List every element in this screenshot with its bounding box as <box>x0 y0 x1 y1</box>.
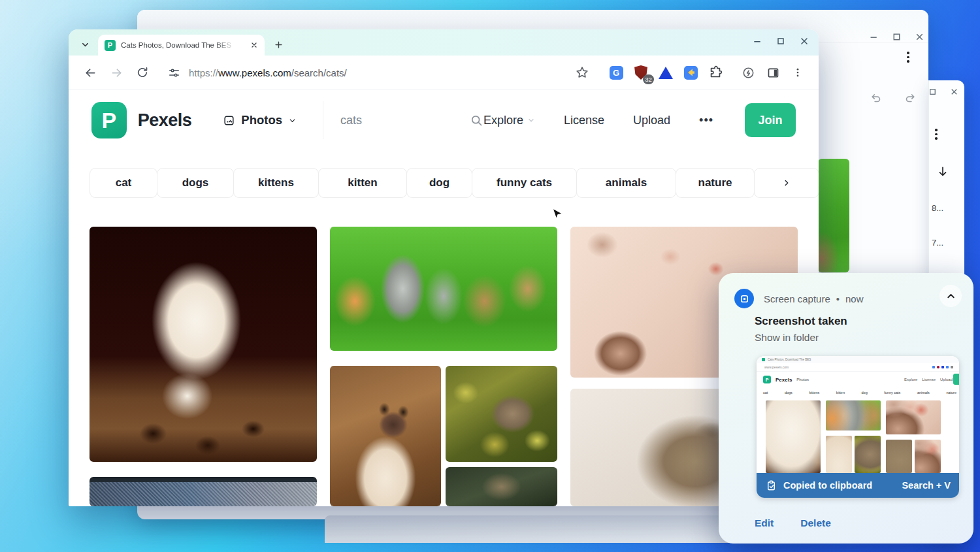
new-tab-icon[interactable] <box>269 35 288 54</box>
mini-brand: Pexels <box>776 377 792 383</box>
tag-pill[interactable]: nature <box>676 168 755 198</box>
bookmark-star-icon[interactable] <box>572 62 593 83</box>
adblock-extension-icon[interactable]: 32 <box>630 62 651 83</box>
menu-kebab-icon[interactable] <box>935 129 938 140</box>
nav-more-icon[interactable]: ••• <box>699 114 713 127</box>
delete-button[interactable]: Delete <box>800 517 831 529</box>
site-settings-icon[interactable] <box>163 61 185 84</box>
nav-explore-label: Explore <box>483 114 523 127</box>
minimize-icon[interactable] <box>866 29 881 44</box>
pexels-page: P Pexels Photos cats Explore Licens <box>69 90 819 506</box>
browser-window: P Cats Photos, Download The BES <box>69 29 819 506</box>
thumbnail-mini-browser: Cats Photos, Download The BES www.pexels… <box>757 356 959 473</box>
redo-icon[interactable] <box>903 91 917 105</box>
close-icon[interactable] <box>949 87 959 97</box>
side-panel-icon[interactable] <box>762 62 783 83</box>
url-domain: www.pexels.com <box>218 67 291 78</box>
clipboard-shortcut: Search + V <box>902 480 951 491</box>
mouse-cursor-icon <box>552 208 563 222</box>
mini-tab-title: Cats Photos, Download The BES <box>768 358 811 361</box>
address-bar[interactable]: https://www.pexels.com/search/cats/ <box>189 67 347 78</box>
nav-explore[interactable]: Explore <box>483 114 535 127</box>
tags-scroll-right-icon[interactable] <box>754 168 819 198</box>
search-icon[interactable] <box>470 114 483 127</box>
copied-to-clipboard-bar: Copied to clipboard Search + V <box>757 473 959 498</box>
menu-kebab-icon[interactable] <box>907 52 909 63</box>
tag-pill[interactable]: kitten <box>318 168 407 198</box>
browser-tab[interactable]: P Cats Photos, Download The BES <box>98 35 265 56</box>
tab-search-chevron-icon[interactable] <box>75 35 95 54</box>
nav-upload-label: Upload <box>633 114 670 127</box>
screen-capture-icon <box>734 289 754 308</box>
nav-license[interactable]: License <box>564 114 604 127</box>
notification-source: Screen capture <box>764 293 830 304</box>
photo-siamese-kitten[interactable] <box>330 366 441 506</box>
brand-name[interactable]: Pexels <box>138 110 192 131</box>
desktop: 8... 7... P Cats Photos, Download The BE… <box>0 0 980 552</box>
mini-license: License <box>922 378 936 382</box>
download-arrow-icon <box>936 165 949 178</box>
join-button[interactable]: Join <box>745 103 796 137</box>
pexels-favicon: P <box>105 40 116 51</box>
clipboard-check-icon <box>765 479 777 492</box>
mini-photos: Photos <box>796 378 809 382</box>
browser-menu-kebab-icon[interactable] <box>787 62 808 83</box>
nav-license-label: License <box>564 114 604 127</box>
list-item[interactable]: 8... <box>932 203 943 213</box>
tag-pill[interactable]: kittens <box>233 168 319 198</box>
maximize-icon[interactable] <box>773 33 789 49</box>
back-icon[interactable] <box>79 61 101 84</box>
nav-upload[interactable]: Upload <box>633 114 670 127</box>
nav-more-label: ••• <box>699 114 713 127</box>
tag-pill[interactable]: dogs <box>157 168 234 198</box>
related-searches: cat dogs kittens kitten dog funny cats a… <box>90 168 819 198</box>
maximize-icon[interactable] <box>928 87 938 97</box>
photo-grass-partial <box>818 159 849 272</box>
pexels-logo[interactable]: P <box>91 102 127 138</box>
notification-title: Screenshot taken <box>755 315 847 328</box>
photo-cat-in-leaves[interactable] <box>446 366 557 462</box>
forward-icon[interactable] <box>105 61 127 84</box>
tag-pill[interactable]: animals <box>576 168 676 198</box>
mini-upload: Upload <box>940 378 953 382</box>
arrow-extension-icon[interactable] <box>680 62 701 83</box>
search-value: cats <box>340 114 470 127</box>
adblock-badge: 32 <box>643 74 654 84</box>
url-scheme: https:// <box>189 67 218 78</box>
browser-toolbar: https://www.pexels.com/search/cats/ G 32 <box>69 56 819 90</box>
url-path: /search/cats/ <box>291 67 347 78</box>
photo-white-kitten[interactable] <box>90 227 317 462</box>
search-input[interactable]: cats <box>323 101 483 139</box>
tab-title: Cats Photos, Download The BES <box>121 41 235 49</box>
tab-strip: P Cats Photos, Download The BES <box>69 29 819 56</box>
media-type-dropdown[interactable]: Photos <box>223 113 297 127</box>
list-item[interactable]: 7... <box>932 238 943 248</box>
translate-extension-icon[interactable]: G <box>606 62 627 83</box>
triangle-extension-icon[interactable] <box>655 62 676 83</box>
performance-icon[interactable] <box>738 62 759 83</box>
show-in-folder-link[interactable]: Show in folder <box>755 332 819 344</box>
photo-kittens-grass[interactable] <box>330 227 557 351</box>
pexels-header: P Pexels Photos cats Explore Licens <box>91 101 796 139</box>
minimize-icon[interactable] <box>749 33 765 49</box>
extensions-puzzle-icon[interactable] <box>705 62 726 83</box>
screenshot-thumbnail[interactable]: Cats Photos, Download The BES www.pexels… <box>757 356 959 498</box>
notification-time: now <box>845 293 864 304</box>
tab-close-icon[interactable] <box>250 41 258 49</box>
maximize-icon[interactable] <box>889 29 904 44</box>
clipboard-label: Copied to clipboard <box>783 480 872 491</box>
media-type-label: Photos <box>241 113 282 127</box>
reload-icon[interactable] <box>131 61 154 84</box>
tag-pill[interactable]: funny cats <box>472 168 577 198</box>
photo-denim-fabric[interactable] <box>90 477 317 506</box>
collapse-chevron-icon[interactable] <box>939 285 962 307</box>
notification-separator: • <box>836 293 840 304</box>
close-icon[interactable] <box>796 33 812 49</box>
mini-explore: Explore <box>904 378 917 382</box>
close-icon[interactable] <box>912 29 926 44</box>
undo-icon[interactable] <box>869 91 883 105</box>
photo-tabby-dark[interactable] <box>446 467 557 506</box>
tag-pill[interactable]: cat <box>90 168 157 198</box>
tag-pill[interactable]: dog <box>406 168 472 198</box>
edit-button[interactable]: Edit <box>755 517 774 529</box>
